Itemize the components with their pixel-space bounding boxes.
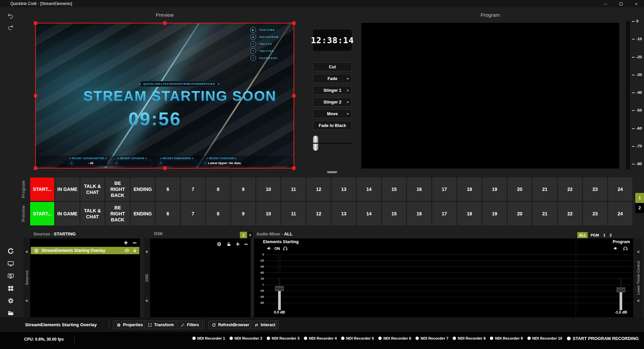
dsk-add-button[interactable]: +	[236, 241, 240, 248]
selection-handle[interactable]	[292, 94, 296, 97]
scene-button[interactable]: 13	[332, 202, 356, 225]
scene-button[interactable]: ENDING	[131, 202, 155, 225]
maximize-button[interactable]	[613, 0, 629, 7]
mixer-tab-1[interactable]: 1	[601, 232, 607, 238]
mute-state[interactable]: ON	[274, 247, 280, 251]
collapse-icon[interactable]: <	[23, 298, 30, 303]
scene-button[interactable]: 7	[181, 178, 205, 201]
refresh-browser-button[interactable]: RefreshBrowser	[208, 321, 253, 329]
scene-button[interactable]: 18	[457, 202, 481, 225]
remove-source-button[interactable]: −	[133, 239, 137, 247]
dsk-add-tab-button[interactable]: +	[248, 232, 253, 238]
splitter-handle[interactable]	[327, 171, 337, 173]
transform-button[interactable]: Transform	[144, 321, 178, 329]
scene-button[interactable]: 24	[608, 202, 632, 225]
transition-tbar[interactable]	[313, 135, 352, 152]
transition-button[interactable]: Move ▼	[313, 109, 352, 118]
grid-icon[interactable]	[7, 285, 14, 292]
dsk-tab-1[interactable]: 1	[240, 232, 247, 238]
channel-fader[interactable]	[275, 278, 284, 310]
scene-button[interactable]: 11	[281, 178, 306, 201]
scene-button[interactable]: 20	[508, 202, 532, 225]
scene-button[interactable]: 10	[256, 178, 280, 201]
minimize-button[interactable]: –	[598, 0, 613, 7]
ndi-recorder-button[interactable]: NDI Recorder 7	[415, 336, 448, 340]
ndi-recorder-button[interactable]: NDI Recorder 4	[304, 336, 337, 340]
scene-button[interactable]: 15	[382, 202, 406, 225]
scene-page-2-button[interactable]: 2	[635, 203, 644, 213]
speaker-icon[interactable]	[613, 246, 618, 251]
selection-handle[interactable]	[163, 166, 167, 170]
ndi-recorder-button[interactable]: NDI Recorder 3	[267, 336, 300, 340]
transition-button[interactable]: Stinger 2 ▼	[313, 97, 352, 107]
monitor-icon[interactable]	[7, 260, 14, 267]
filters-button[interactable]: Filters	[177, 321, 203, 329]
transition-button[interactable]: Stinger 1 ▼	[313, 86, 352, 95]
scene-button[interactable]: 14	[357, 178, 381, 201]
folder-icon[interactable]	[7, 310, 14, 317]
scene-button[interactable]: 17	[432, 202, 456, 225]
add-source-button[interactable]: +	[124, 239, 128, 247]
ndi-recorder-button[interactable]: NDI Recorder 1	[192, 336, 225, 340]
scene-button[interactable]: 17	[432, 178, 456, 201]
scene-button[interactable]: START...	[30, 202, 54, 225]
redo-icon[interactable]	[7, 24, 14, 30]
properties-button[interactable]: Properties	[113, 321, 146, 329]
scene-button[interactable]: 13	[332, 178, 356, 201]
unlock-icon[interactable]	[226, 241, 232, 247]
preview-monitor[interactable]: ▶ YOUTUBE ◎ INSTAGRAM T TWITCH t	[35, 23, 294, 168]
transition-button[interactable]: Cut ▼	[313, 62, 352, 71]
dsk-remove-button[interactable]: −	[244, 241, 248, 248]
scene-button[interactable]: 14	[357, 202, 381, 225]
selection-handle[interactable]	[34, 94, 37, 97]
scene-page-1-button[interactable]: 1	[635, 193, 644, 203]
selection-handle[interactable]	[292, 166, 296, 170]
source-item-selected[interactable]: StreamElements Starting Overlay	[31, 247, 139, 254]
scene-button[interactable]: 23	[583, 202, 607, 225]
mixer-tab-pgm[interactable]: PGM	[589, 232, 600, 238]
dsk-settings-gear-icon[interactable]	[216, 241, 222, 247]
dsk-collapse-strip[interactable]: < DSK <	[143, 238, 150, 317]
program-fader[interactable]	[617, 278, 625, 310]
scene-button[interactable]: 16	[407, 178, 431, 201]
scene-button[interactable]: 19	[482, 178, 507, 201]
tbar-handle[interactable]	[313, 136, 318, 151]
undo-icon[interactable]	[7, 13, 14, 19]
scene-button[interactable]: IN GAME	[55, 178, 79, 201]
scene-button[interactable]: 8	[206, 202, 230, 225]
chevron-down-icon[interactable]: ▼	[346, 89, 349, 92]
scene-button[interactable]: BE RIGHT BACK	[106, 178, 130, 201]
visibility-eye-icon[interactable]	[124, 248, 130, 253]
scene-button[interactable]: 19	[482, 202, 507, 225]
lower-thirds-collapse-strip[interactable]: < Lower Thirds Control <	[634, 238, 643, 317]
mixer-tab-all[interactable]: ALL	[577, 232, 588, 238]
scene-button[interactable]: 8	[206, 178, 230, 201]
transition-button[interactable]: Fade to Black ▼	[313, 121, 352, 130]
ndi-recorder-button[interactable]: NDI Recorder 2	[230, 336, 262, 340]
selection-handle[interactable]	[34, 166, 37, 170]
scene-button[interactable]: 7	[181, 202, 205, 225]
close-button[interactable]: ×	[629, 0, 644, 7]
scene-button[interactable]: 9	[231, 178, 255, 201]
headphones-icon[interactable]	[623, 246, 628, 251]
lock-icon[interactable]	[132, 248, 137, 253]
scene-button[interactable]: 21	[533, 202, 557, 225]
scene-button[interactable]: 21	[533, 178, 557, 201]
ndi-recorder-button[interactable]: NDI Recorder 5	[341, 336, 374, 340]
scene-button[interactable]: 10	[256, 202, 280, 225]
fader-handle[interactable]	[275, 286, 284, 291]
chevron-down-icon[interactable]: ▼	[346, 77, 349, 80]
ndi-recorder-button[interactable]: NDI Recorder 10	[527, 336, 562, 340]
scene-button[interactable]: 6	[156, 178, 180, 201]
start-program-recording-button[interactable]: START PROGRAM RECORDING	[567, 336, 639, 341]
scene-button[interactable]: 11	[281, 202, 306, 225]
sources-collapse-strip[interactable]: < Sources <	[23, 238, 30, 317]
scene-button[interactable]: 24	[608, 178, 632, 201]
scene-button[interactable]: 18	[457, 178, 481, 201]
scene-button[interactable]: 22	[558, 178, 582, 201]
mixer-tab-2[interactable]: 2	[608, 232, 614, 238]
scene-button[interactable]: 12	[307, 202, 331, 225]
fader-handle[interactable]	[617, 287, 625, 292]
monitor-search-icon[interactable]	[7, 273, 14, 279]
selection-handle[interactable]	[292, 21, 296, 25]
